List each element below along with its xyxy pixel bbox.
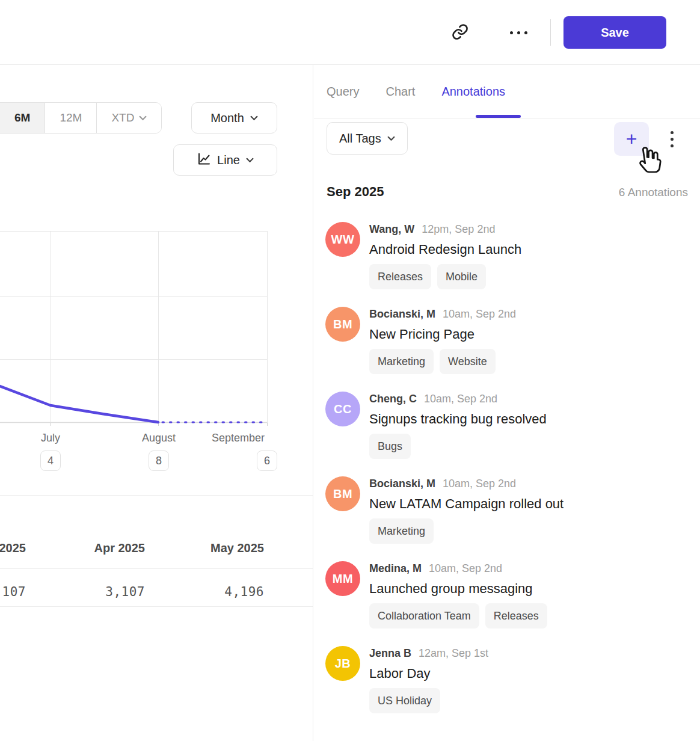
annotation-tag-chip[interactable]: Website	[440, 349, 496, 374]
panel-tabs: QueryChartAnnotations	[327, 65, 505, 118]
annotation-title: New Pricing Page	[369, 325, 568, 343]
x-axis-label: August	[142, 432, 176, 444]
avatar: CC	[325, 392, 360, 426]
avatar: BM	[325, 476, 360, 511]
annotation-count-badge[interactable]: 8	[149, 450, 169, 471]
annotation-item[interactable]: JBJenna B12am, Sep 1stLabor DayUS Holida…	[325, 646, 689, 713]
annotation-body: Bocianski, M10am, Sep 2ndNew LATAM Campa…	[369, 476, 689, 544]
line-chart-icon	[197, 152, 211, 169]
table-column-header: Apr 2025	[94, 541, 146, 555]
tags-filter-dropdown[interactable]: All Tags	[327, 122, 408, 155]
avatar: BM	[325, 307, 360, 342]
range-tab-xtd[interactable]: XTD	[97, 103, 161, 133]
group-month-label: Sep 2025	[327, 184, 384, 200]
annotation-title: Launched group messaging	[369, 579, 568, 598]
annotation-item[interactable]: BMBocianski, M10am, Sep 2ndNew Pricing P…	[325, 307, 689, 374]
avatar: MM	[325, 561, 360, 596]
chart-type-label: Line	[217, 153, 240, 167]
annotation-title: Signups tracking bug resolved	[369, 410, 568, 428]
annotation-item[interactable]: MMMedina, M10am, Sep 2ndLaunched group m…	[325, 561, 689, 629]
table-top-divider	[0, 495, 313, 496]
annotation-body: Medina, M10am, Sep 2ndLaunched group mes…	[369, 561, 689, 629]
annotation-count-badge[interactable]: 4	[40, 450, 61, 471]
annotation-title: New LATAM Campaign rolled out	[369, 494, 568, 513]
table-header-divider	[0, 568, 313, 569]
annotation-title: Labor Day	[369, 664, 568, 683]
annotations-menu-button[interactable]	[661, 125, 683, 153]
annotation-tag-chip[interactable]: Mobile	[437, 264, 486, 289]
table-column-header: 2025	[0, 541, 26, 555]
range-tab-12m[interactable]: 12M	[45, 103, 97, 133]
annotation-tags: Marketing	[369, 518, 689, 544]
annotation-tags: MarketingWebsite	[369, 349, 689, 374]
annotation-item[interactable]: WWWang, W12pm, Sep 2ndAndroid Redesign L…	[325, 222, 689, 289]
range-tab-6m[interactable]: 6M	[0, 103, 45, 133]
annotation-tags: Bugs	[369, 434, 689, 459]
annotation-author: Jenna B	[369, 647, 411, 660]
annotation-timestamp: 10am, Sep 2nd	[424, 393, 497, 405]
more-options-button[interactable]	[504, 18, 533, 47]
annotation-group-header: Sep 2025 6 Annotations	[327, 184, 688, 200]
annotation-tag-chip[interactable]: Bugs	[369, 434, 411, 459]
annotation-list: WWWang, W12pm, Sep 2ndAndroid Redesign L…	[325, 222, 689, 731]
table-cell-value: 107	[2, 585, 26, 599]
annotation-count-badge[interactable]: 6	[257, 450, 277, 471]
annotation-timestamp: 12pm, Sep 2nd	[422, 223, 495, 236]
annotation-tags: ReleasesMobile	[369, 264, 689, 289]
granularity-dropdown[interactable]: Month	[191, 102, 277, 134]
annotation-body: Bocianski, M10am, Sep 2ndNew Pricing Pag…	[369, 307, 689, 374]
annotation-item[interactable]: BMBocianski, M10am, Sep 2ndNew LATAM Cam…	[325, 476, 689, 544]
annotations-toolbar: All Tags +	[327, 122, 688, 159]
annotation-timestamp: 10am, Sep 2nd	[443, 478, 516, 490]
copy-link-button[interactable]	[446, 18, 474, 47]
annotation-author: Cheng, C	[369, 393, 417, 405]
tabs-divider	[314, 118, 700, 118]
table-cell-value: 3,107	[105, 585, 145, 599]
annotation-body: Wang, W12pm, Sep 2ndAndroid Redesign Lau…	[369, 222, 689, 289]
annotation-tags: US Holiday	[369, 688, 689, 713]
chevron-down-icon	[250, 115, 258, 121]
avatar: WW	[325, 222, 360, 257]
line-chart	[0, 231, 268, 427]
annotation-tags: Collaboration TeamReleases	[369, 603, 689, 629]
avatar: JB	[325, 646, 360, 681]
chart-panel: 6M12MXTD Month Line JulyAugustSeptember …	[0, 65, 313, 741]
topbar: Save	[0, 0, 700, 65]
date-range-segmented-control: 6M12MXTD	[0, 102, 162, 134]
topbar-divider	[550, 19, 551, 46]
save-button[interactable]: Save	[563, 16, 666, 49]
link-icon	[451, 23, 469, 43]
tab-query[interactable]: Query	[327, 85, 359, 99]
annotation-tag-chip[interactable]: US Holiday	[369, 688, 440, 713]
annotation-tag-chip[interactable]: Releases	[485, 603, 547, 629]
granularity-label: Month	[210, 111, 244, 125]
annotation-tag-chip[interactable]: Collaboration Team	[369, 603, 479, 629]
annotation-author: Bocianski, M	[369, 308, 435, 321]
more-horizontal-icon	[510, 31, 527, 34]
chevron-down-icon	[246, 158, 254, 163]
annotation-tag-chip[interactable]: Marketing	[369, 518, 434, 544]
annotation-author: Wang, W	[369, 223, 414, 236]
annotation-timestamp: 12am, Sep 1st	[419, 647, 488, 660]
annotation-timestamp: 10am, Sep 2nd	[443, 308, 516, 321]
annotation-tag-chip[interactable]: Releases	[369, 264, 431, 289]
tab-chart[interactable]: Chart	[385, 85, 415, 99]
chevron-down-icon	[387, 136, 395, 141]
tags-filter-label: All Tags	[339, 132, 381, 146]
table-column-header: May 2025	[210, 541, 264, 555]
annotations-panel: QueryChartAnnotations All Tags + Sep 202…	[314, 65, 700, 741]
range-tab-label: XTD	[111, 111, 134, 125]
tab-annotations[interactable]: Annotations	[441, 85, 505, 99]
table-cell-value: 4,196	[224, 585, 264, 599]
add-annotation-button[interactable]: +	[614, 122, 649, 156]
annotation-author: Medina, M	[369, 562, 422, 575]
annotation-title: Android Redesign Launch	[369, 240, 568, 259]
app-screen: Save 6M12MXTD Month Line JulyAugustSepte…	[0, 0, 700, 741]
table-bottom-divider	[0, 606, 313, 607]
annotation-timestamp: 10am, Sep 2nd	[429, 562, 502, 575]
x-axis-label: July	[41, 432, 60, 444]
chart-type-dropdown[interactable]: Line	[173, 144, 277, 176]
annotation-tag-chip[interactable]: Marketing	[369, 349, 434, 374]
annotation-item[interactable]: CCCheng, C10am, Sep 2ndSignups tracking …	[325, 392, 689, 459]
annotation-body: Cheng, C10am, Sep 2ndSignups tracking bu…	[369, 392, 689, 459]
